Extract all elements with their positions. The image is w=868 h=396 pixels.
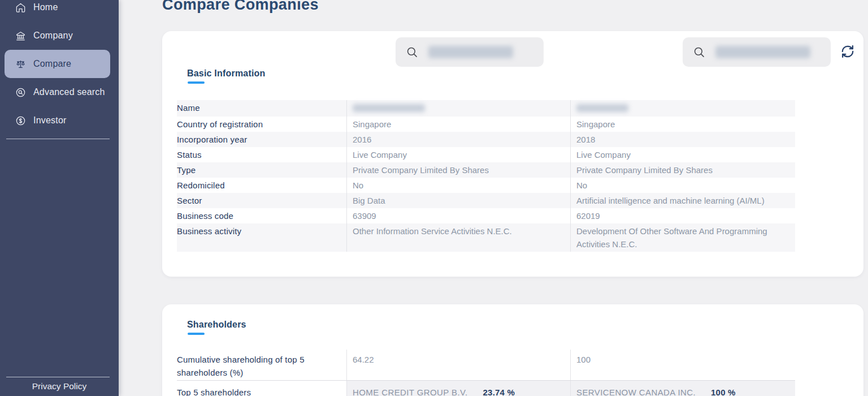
sidebar-item-investor[interactable]: Investor: [5, 106, 110, 135]
shareholder-percentage: 23.74 %: [483, 386, 515, 396]
shareholders-card: Shareholders Cumulative shareholding of …: [162, 304, 863, 396]
sidebar-item-home[interactable]: Home: [5, 0, 110, 21]
privacy-policy-link[interactable]: Privacy Policy: [0, 377, 119, 396]
advanced-search-icon: [15, 87, 26, 98]
sidebar-item-label: Home: [33, 2, 58, 12]
table-row: Incorporation year 2016 2018: [177, 132, 795, 147]
redacted-company-name: [353, 104, 425, 112]
redacted-company-name: [428, 46, 513, 58]
refresh-button[interactable]: [839, 42, 857, 61]
sidebar-divider: [6, 139, 110, 139]
main-content: Compare Companies Basic Information Name: [119, 0, 868, 396]
company-icon: [15, 30, 26, 41]
sidebar: Home Company Compare Advanced search: [0, 0, 119, 396]
shareholder-name: HOME CREDIT GROUP B.V.: [353, 386, 468, 396]
table-row: Status Live Company Live Company: [177, 147, 795, 162]
shareholder-percentage: 100 %: [711, 386, 736, 396]
sidebar-item-label: Investor: [33, 115, 67, 126]
redacted-company-name: [715, 46, 810, 58]
sidebar-item-advanced-search[interactable]: Advanced search: [5, 78, 110, 106]
section-heading-shareholders: Shareholders: [187, 320, 246, 330]
table-row: Business activity Other Information Serv…: [177, 223, 795, 252]
shareholders-table: Cumulative shareholding of top 5 shareho…: [177, 350, 795, 396]
app-root: Home Company Compare Advanced search: [0, 0, 868, 396]
sidebar-item-compare[interactable]: Compare: [5, 50, 110, 78]
table-row: Redomiciled No No: [177, 178, 795, 193]
table-row: Name: [177, 100, 795, 117]
search-icon: [406, 46, 419, 59]
company-search-right[interactable]: [683, 37, 831, 67]
table-row: Country of registration Singapore Singap…: [177, 117, 795, 132]
search-icon: [693, 46, 706, 59]
page-title: Compare Companies: [162, 0, 868, 14]
sidebar-nav: Home Company Compare Advanced search: [0, 0, 119, 135]
sidebar-item-label: Advanced search: [33, 87, 105, 97]
heading-accent-underline: [188, 333, 205, 335]
company-search-left[interactable]: [396, 37, 544, 67]
table-row: Type Private Company Limited By Shares P…: [177, 162, 795, 178]
sidebar-item-label: Company: [33, 31, 73, 41]
refresh-icon: [840, 44, 855, 59]
table-row: Business code 63909 62019: [177, 208, 795, 223]
table-row: Cumulative shareholding of top 5 shareho…: [177, 350, 795, 381]
table-row: Sector Big Data Artificial intelligence …: [177, 193, 795, 208]
basic-information-card: Basic Information Name Country of regist…: [162, 31, 863, 277]
sidebar-item-company[interactable]: Company: [5, 21, 110, 50]
shareholder-name: SERVICENOW CANADA INC.: [576, 386, 696, 396]
section-heading-basic-information: Basic Information: [187, 68, 266, 79]
sidebar-footer: Privacy Policy: [0, 377, 119, 396]
redacted-company-name: [576, 104, 628, 112]
sidebar-item-label: Compare: [33, 59, 71, 69]
investor-icon: [15, 115, 26, 126]
home-icon: [15, 2, 26, 13]
heading-accent-underline: [188, 81, 205, 84]
basic-information-table: Name Country of registration Singapore S…: [177, 100, 795, 252]
table-row: Top 5 shareholders HOME CREDIT GROUP B.V…: [177, 381, 795, 396]
compare-icon: [15, 58, 26, 70]
